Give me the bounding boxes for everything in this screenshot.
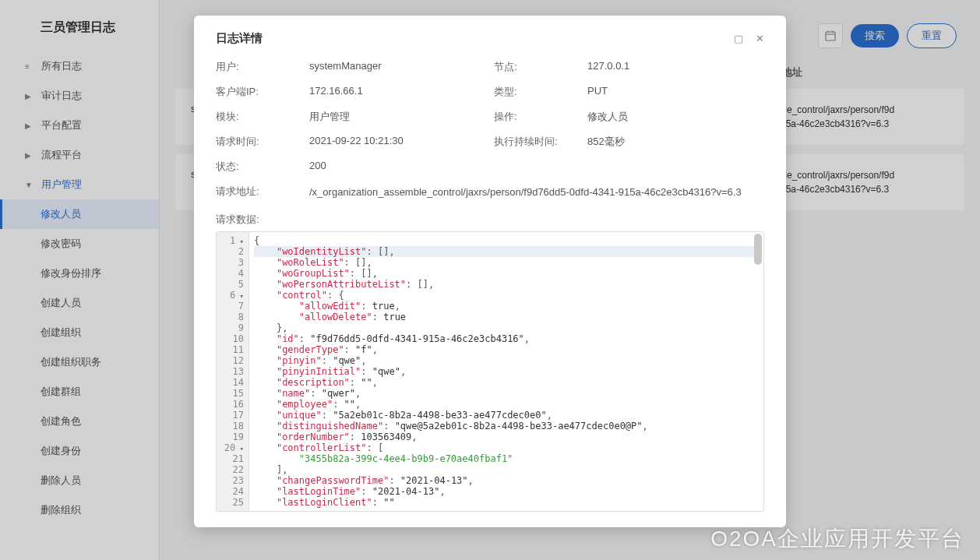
label-exec-dur: 执行持续时间: (494, 135, 580, 149)
code-content[interactable]: { "woIdentityList": [], "woRoleList": []… (249, 232, 763, 511)
value-client-ip: 172.16.66.1 (309, 85, 486, 99)
code-viewer: 1 ▾23456 ▾7891011121314151617181920 ▾212… (216, 231, 764, 512)
value-operation: 修改人员 (587, 110, 764, 124)
label-node: 节点: (494, 60, 580, 74)
value-req-addr: /x_organization_assemble_control/jaxrs/p… (309, 185, 764, 200)
label-client-ip: 客户端IP: (216, 85, 301, 99)
value-exec-dur: 852毫秒 (587, 135, 764, 149)
value-user: systemManager (309, 60, 486, 74)
detail-grid: 用户: systemManager 节点: 127.0.0.1 客户端IP: 1… (216, 60, 764, 200)
label-type: 类型: (494, 85, 580, 99)
label-req-data: 请求数据: (216, 213, 764, 227)
maximize-icon[interactable]: ▢ (734, 33, 743, 44)
code-scrollbar[interactable] (754, 234, 762, 265)
label-operation: 操作: (494, 110, 580, 124)
label-user: 用户: (216, 60, 301, 74)
value-type: PUT (587, 85, 764, 99)
label-module: 模块: (216, 110, 301, 124)
label-status: 状态: (216, 160, 301, 174)
modal-overlay: 日志详情 ▢ ✕ 用户: systemManager 节点: 127.0.0.1… (0, 0, 980, 560)
value-module: 用户管理 (309, 110, 486, 124)
value-status: 200 (309, 160, 486, 174)
close-icon[interactable]: ✕ (756, 33, 764, 44)
value-req-time: 2021-09-22 10:21:30 (309, 135, 486, 149)
code-gutter: 1 ▾23456 ▾7891011121314151617181920 ▾212… (217, 232, 249, 511)
modal-title: 日志详情 (216, 31, 263, 46)
value-node: 127.0.0.1 (587, 60, 764, 74)
label-req-time: 请求时间: (216, 135, 301, 149)
log-detail-modal: 日志详情 ▢ ✕ 用户: systemManager 节点: 127.0.0.1… (194, 16, 786, 527)
label-req-addr: 请求地址: (216, 185, 301, 200)
